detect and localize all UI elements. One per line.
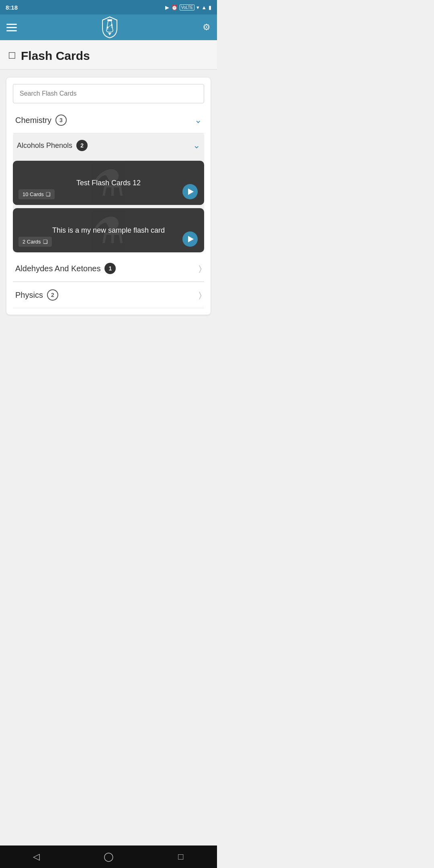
- flash-card-1[interactable]: ⚗ Test Flash Cards 12 10 Cards ❏: [13, 161, 204, 205]
- alcohols-badge: 2: [76, 140, 88, 151]
- flash-card-2-title: This is a my new sample flash card: [52, 226, 165, 235]
- status-time: 8:18: [6, 4, 18, 11]
- app-logo: [101, 16, 119, 39]
- alarm-icon: ⏰: [171, 4, 178, 10]
- flash-card-2-play-button[interactable]: [182, 231, 198, 247]
- section-physics[interactable]: Physics 2 〉: [13, 282, 204, 308]
- flash-card-2-count: 2 Cards ❏: [18, 237, 52, 247]
- status-bar: 8:18 ▶ ⏰ VoLTE ▾ ▲ ▮: [0, 0, 217, 14]
- menu-button[interactable]: [6, 24, 17, 31]
- signal-icon: ▲: [201, 4, 207, 10]
- section-chemistry[interactable]: Chemistry 3 ⌄: [13, 107, 204, 133]
- settings-button[interactable]: ⚙: [203, 22, 211, 33]
- aldehydes-chevron-right-icon: 〉: [199, 264, 202, 273]
- alcohols-chevron-down-icon: ⌄: [193, 140, 200, 151]
- physics-badge: 2: [47, 289, 58, 301]
- chemistry-badge: 3: [55, 115, 67, 126]
- flash-card-1-title: Test Flash Cards 12: [76, 179, 141, 187]
- alcohols-header[interactable]: Alcohols Phenols 2 ⌄: [13, 133, 204, 158]
- aldehydes-label: Aldehydes And Ketones: [15, 264, 100, 273]
- section-aldehydes[interactable]: Aldehydes And Ketones 1 〉: [13, 256, 204, 282]
- physics-chevron-right-icon: 〉: [199, 291, 202, 300]
- page-title: Flash Cards: [21, 49, 90, 63]
- status-icons: ▶ ⏰ VoLTE ▾ ▲ ▮: [165, 4, 211, 10]
- battery-icon: ▮: [209, 4, 211, 10]
- wifi-icon: ▾: [197, 4, 199, 10]
- main-card: Chemistry 3 ⌄ Alcohols Phenols 2 ⌄ ⚗ Tes…: [6, 78, 211, 315]
- chemistry-chevron-down-icon: ⌄: [194, 115, 202, 125]
- physics-label: Physics: [15, 291, 43, 300]
- volte-icon: VoLTE: [180, 4, 194, 10]
- page-title-icon: ☐: [8, 51, 16, 61]
- svg-line-3: [108, 25, 112, 27]
- sub-section-alcohols: Alcohols Phenols 2 ⌄ ⚗ Test Flash Cards …: [13, 133, 204, 252]
- flash-card-1-count: 10 Cards ❏: [18, 189, 55, 199]
- top-bar: ⚙: [0, 14, 217, 40]
- page-title-row: ☐ Flash Cards: [0, 40, 217, 70]
- search-input[interactable]: [13, 84, 204, 103]
- copy-icon-2: ❏: [43, 239, 48, 245]
- copy-icon: ❏: [46, 191, 51, 197]
- flash-card-2[interactable]: ⚗ This is a my new sample flash card 2 C…: [13, 208, 204, 252]
- alcohols-label: Alcohols Phenols: [17, 141, 72, 150]
- aldehydes-badge: 1: [104, 263, 116, 274]
- chemistry-label: Chemistry: [15, 116, 51, 125]
- play-status-icon: ▶: [165, 4, 169, 10]
- flash-card-1-play-button[interactable]: [182, 184, 198, 199]
